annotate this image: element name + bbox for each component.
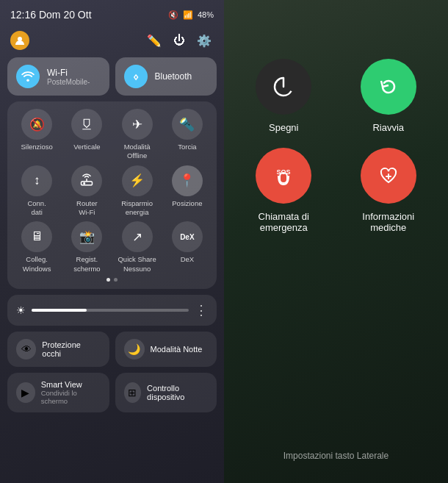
wifi-toggle[interactable]: Wi-Fi PosteMobile- <box>7 57 109 96</box>
eye-icon: 👁 <box>16 339 36 359</box>
tile-airplane[interactable]: ✈ Modalità Offline <box>114 109 161 161</box>
feature-row: 👁 Protezione occhi 🌙 Modalità Notte <box>7 332 217 367</box>
pencil-icon[interactable]: ✏️ <box>145 31 164 50</box>
eye-protection-btn[interactable]: 👁 Protezione occhi <box>7 332 109 367</box>
tiles-container: 🔕 Silenzioso Verticale ✈ Modalità Offlin… <box>7 101 217 289</box>
power-item-health[interactable]: Informazioni mediche <box>344 148 434 233</box>
windows-icon: 🖥 <box>21 221 52 252</box>
status-icons: 🔇 📶 48% <box>168 10 214 20</box>
riavvia-circle <box>361 59 416 115</box>
status-bar: 12:16 Dom 20 Ott 🔇 📶 48% <box>7 9 217 21</box>
data-icon: ↕ <box>21 165 52 196</box>
brightness-more-icon[interactable]: ⋮ <box>195 302 208 318</box>
power-grid: Spegni Riavvia SOS Chiamata di emergen <box>239 59 433 233</box>
tile-router[interactable]: Router Wi-Fi <box>63 165 110 218</box>
tile-battery[interactable]: ⚡ Risparmio energia <box>114 165 161 218</box>
torch-icon: 🔦 <box>172 109 203 140</box>
dot-1 <box>106 278 110 282</box>
brightness-fill <box>32 309 87 312</box>
wifi-icon <box>16 65 40 88</box>
brightness-row: ☀ ⋮ <box>7 295 217 326</box>
silent-icon: 🔕 <box>21 109 52 140</box>
tile-data[interactable]: ↕ Conn. dati <box>13 165 60 218</box>
power-item-spegni[interactable]: Spegni <box>239 59 329 133</box>
wifi-label-block: Wi-Fi PosteMobile- <box>47 68 90 86</box>
toggle-row: Wi-Fi PosteMobile- ⬨ Bluetooth <box>7 57 217 96</box>
tile-screen[interactable]: 📸 Regist. schermo <box>63 221 110 273</box>
power-icon[interactable]: ⏻ <box>170 31 189 50</box>
dex-icon: DeX <box>172 221 203 252</box>
left-panel: 12:16 Dom 20 Ott 🔇 📶 48% ✏️ ⏻ ⚙️ <box>0 0 224 483</box>
right-panel: Spegni Riavvia SOS Chiamata di emergen <box>224 0 448 483</box>
tile-rotate[interactable]: Verticale <box>63 109 110 161</box>
mute-icon: 🔇 <box>168 10 178 20</box>
status-time: 12:16 Dom 20 Ott <box>10 9 92 21</box>
tile-quickshare[interactable]: ↗ Quick Share Nessuno <box>114 221 161 273</box>
signal-icon: 📶 <box>183 10 193 20</box>
tile-silent[interactable]: 🔕 Silenzioso <box>13 109 60 161</box>
control-btn[interactable]: ⊞ Controllo dispositivo <box>115 373 217 412</box>
location-icon: 📍 <box>172 165 203 196</box>
user-icon[interactable] <box>10 31 29 50</box>
smart-row: ▶ Smart View Condividi lo schermo ⊞ Cont… <box>7 373 217 412</box>
svg-point-2 <box>84 182 85 184</box>
bluetooth-toggle[interactable]: ⬨ Bluetooth <box>115 57 217 96</box>
smartview-btn[interactable]: ▶ Smart View Condividi lo schermo <box>7 373 109 412</box>
quick-controls: ✏️ ⏻ ⚙️ <box>7 29 217 51</box>
bluetooth-icon: ⬨ <box>124 65 148 88</box>
tile-torch[interactable]: 🔦 Torcia <box>164 109 211 161</box>
rotate-icon <box>71 109 102 140</box>
tiles-grid: 🔕 Silenzioso Verticale ✈ Modalità Offlin… <box>13 109 211 273</box>
dot-2 <box>114 278 118 282</box>
brightness-icon: ☀ <box>16 304 26 316</box>
spegni-circle <box>256 59 311 115</box>
tile-windows[interactable]: 🖥 Colleg. Windows <box>13 221 60 273</box>
router-icon <box>71 165 102 196</box>
battery-text: 48% <box>198 10 214 19</box>
settings-icon[interactable]: ⚙️ <box>195 31 214 50</box>
smartview-icon: ▶ <box>16 382 35 403</box>
power-item-riavvia[interactable]: Riavvia <box>344 59 434 133</box>
power-item-sos[interactable]: SOS Chiamata di emergenza <box>239 148 329 233</box>
airplane-icon: ✈ <box>122 109 153 140</box>
moon-icon: 🌙 <box>124 339 145 359</box>
lateral-button-settings[interactable]: Impostazioni tasto Laterale <box>283 451 389 461</box>
brightness-slider[interactable] <box>32 309 189 312</box>
screen-icon: 📸 <box>71 221 102 252</box>
page-dots <box>13 278 211 282</box>
tile-dex[interactable]: DeX DeX <box>164 221 211 273</box>
night-mode-btn[interactable]: 🌙 Modalità Notte <box>115 332 217 367</box>
tile-location[interactable]: 📍 Posizione <box>164 165 211 218</box>
battery-icon: ⚡ <box>122 165 153 196</box>
health-circle <box>361 148 416 204</box>
sos-circle: SOS <box>256 148 311 204</box>
quickshare-icon: ↗ <box>122 221 153 252</box>
control-icon: ⊞ <box>124 382 142 403</box>
